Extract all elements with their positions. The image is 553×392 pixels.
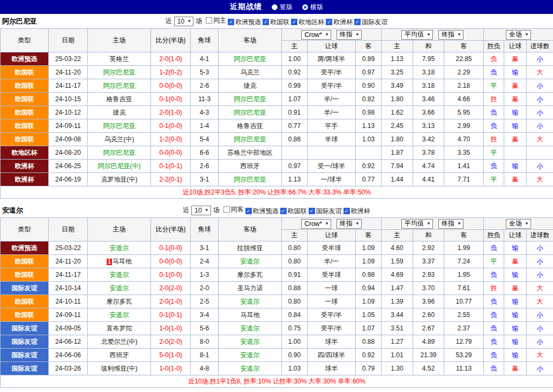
home-team[interactable]: 西班牙 xyxy=(88,349,151,362)
radio-icon[interactable] xyxy=(272,4,278,10)
checkbox-icon[interactable]: ✓ xyxy=(263,19,269,25)
match-score[interactable]: 2-0(2-0) xyxy=(151,335,191,349)
match-score[interactable]: 0-1(0-0) xyxy=(151,93,191,106)
checkbox-icon[interactable]: ✓ xyxy=(291,19,297,25)
layout-option-horizontal[interactable]: 横版 xyxy=(302,3,323,12)
away-team[interactable]: 马耳他 xyxy=(219,308,282,322)
checkbox-icon[interactable]: ✓ xyxy=(326,19,332,25)
home-team[interactable]: 北爱尔兰(中) xyxy=(88,335,151,349)
filter-checkbox[interactable]: ✓欧洲预选 xyxy=(245,207,279,216)
match-score[interactable]: 0-1(0-1) xyxy=(151,308,191,322)
filter-checkbox[interactable]: ✓国际友谊 xyxy=(354,18,387,27)
home-team[interactable]: 1马耳他 xyxy=(88,255,151,268)
fulltime-select[interactable]: 全场 ▼ xyxy=(506,219,531,229)
away-team[interactable]: 阿尔巴尼亚 xyxy=(219,173,282,186)
away-team[interactable]: 安道尔 xyxy=(219,349,282,362)
match-score[interactable]: 0-0(0-0) xyxy=(151,255,191,268)
away-team[interactable]: 阿尔巴尼亚 xyxy=(219,93,282,106)
home-team[interactable]: 英格兰 xyxy=(88,52,151,66)
checkbox-icon[interactable]: ✓ xyxy=(343,208,350,214)
checkbox-icon[interactable]: ✓ xyxy=(228,19,234,25)
match-count-select[interactable]: 10 ▼ xyxy=(191,206,211,215)
home-team[interactable]: 阿尔巴尼亚 xyxy=(88,146,151,160)
company-final-select[interactable]: 终指 ▼ xyxy=(337,30,362,40)
match-score[interactable]: 2-0(1-0) xyxy=(151,295,191,308)
home-team[interactable]: 阿尔巴尼亚 xyxy=(88,79,151,93)
match-score[interactable]: 1-2(0-0) xyxy=(151,133,191,146)
home-team[interactable]: 克罗地亚(中) xyxy=(88,173,151,186)
match-score[interactable]: 0-0(0-0) xyxy=(151,146,191,160)
match-score[interactable]: 1-2(0-2) xyxy=(151,66,191,79)
average-select[interactable]: 平均值 ▼ xyxy=(401,30,433,40)
home-team[interactable]: 安道尔 xyxy=(88,242,151,255)
match-score[interactable]: 0-0(0-0) xyxy=(151,79,191,93)
checkbox-icon[interactable]: ✓ xyxy=(280,208,287,214)
match-score[interactable]: 0-1(0-1) xyxy=(151,160,191,173)
match-score[interactable]: 2-2(0-1) xyxy=(151,173,191,186)
match-score[interactable]: 2-0(2-0) xyxy=(151,282,191,295)
filter-checkbox[interactable]: ✓欧国联 xyxy=(263,18,289,27)
fulltime-select[interactable]: 全场 ▼ xyxy=(506,30,531,40)
filter-checkbox[interactable]: ✓欧洲杯 xyxy=(326,18,353,27)
filter-checkbox[interactable]: ✓欧地区杯 xyxy=(291,18,324,27)
filter-checkbox[interactable]: 同主 xyxy=(206,16,226,25)
filter-checkbox[interactable]: 同客 xyxy=(223,205,244,214)
match-score[interactable]: 0-1(0-0) xyxy=(151,242,191,255)
match-score[interactable]: 2-0(1-0) xyxy=(151,52,191,66)
away-team[interactable]: 西班牙 xyxy=(219,160,282,173)
away-team[interactable]: 苏格兰中部地区 xyxy=(219,146,282,160)
away-team[interactable]: 安道尔 xyxy=(219,362,282,375)
average-select[interactable]: 平均值 ▼ xyxy=(401,219,433,229)
home-team[interactable]: 摩尔多瓦 xyxy=(88,295,151,308)
filter-checkbox[interactable]: ✓欧洲杯 xyxy=(343,207,370,216)
filter-checkbox[interactable]: ✓欧洲预选 xyxy=(228,18,261,27)
filter-checkbox[interactable]: ✓国际友谊 xyxy=(309,207,342,216)
radio-selected-icon[interactable] xyxy=(302,4,308,10)
away-team[interactable]: 摩尔多瓦 xyxy=(219,268,282,282)
away-team[interactable]: 阿尔巴尼亚 xyxy=(219,106,282,119)
away-team[interactable]: 圣马力诺 xyxy=(219,282,282,295)
company-select[interactable]: Crow* ▼ xyxy=(301,219,331,229)
away-team[interactable]: 安道尔 xyxy=(219,255,282,268)
checkbox-icon[interactable]: ✓ xyxy=(309,208,315,214)
home-team[interactable]: 乌克兰(中) xyxy=(88,133,151,146)
home-team[interactable]: 捷克 xyxy=(88,106,151,119)
home-team[interactable]: 阿尔巴尼亚(中) xyxy=(88,160,151,173)
average-final-select[interactable]: 终指 ▼ xyxy=(438,219,464,229)
away-team[interactable]: 捷克 xyxy=(219,79,282,93)
match-score[interactable]: 0-1(0-0) xyxy=(151,268,191,282)
away-team[interactable]: 阿尔巴尼亚 xyxy=(219,52,282,66)
match-score[interactable]: 1-0(1-0) xyxy=(151,362,191,375)
away-team[interactable]: 安道尔 xyxy=(219,335,282,349)
match-score[interactable]: 0-1(0-0) xyxy=(151,119,191,133)
checkbox-icon[interactable]: ✓ xyxy=(354,19,361,25)
away-team[interactable]: 格鲁吉亚 xyxy=(219,119,282,133)
home-team[interactable]: 直布罗陀 xyxy=(88,322,151,335)
home-team[interactable]: 格鲁吉亚 xyxy=(88,93,151,106)
home-team[interactable]: 阿尔巴尼亚 xyxy=(88,119,151,133)
company-select[interactable]: Crow* ▼ xyxy=(301,30,331,40)
match-score[interactable]: 2-0(1-0) xyxy=(151,106,191,119)
away-team[interactable]: 安道尔 xyxy=(219,295,282,308)
match-count-select[interactable]: 10 ▼ xyxy=(174,17,193,26)
away-team[interactable]: 拉脱维亚 xyxy=(219,242,282,255)
home-team[interactable]: 玻利维亚(中) xyxy=(88,362,151,375)
checkbox-icon[interactable] xyxy=(206,17,212,24)
away-team[interactable]: 乌克兰 xyxy=(219,66,282,79)
filter-checkbox[interactable]: ✓欧国联 xyxy=(280,207,307,216)
checkbox-icon[interactable]: ✓ xyxy=(245,208,252,214)
away-team[interactable]: 安道尔 xyxy=(219,322,282,335)
match-score[interactable]: 1-0(1-0) xyxy=(151,322,191,335)
company-final-select[interactable]: 终指 ▼ xyxy=(337,219,362,229)
average-final-select[interactable]: 终指 ▼ xyxy=(438,30,464,40)
avg-away: 2.55 xyxy=(444,308,484,322)
layout-option-vertical[interactable]: 竖版 xyxy=(272,3,293,12)
home-team[interactable]: 安道尔 xyxy=(88,282,151,295)
home-team[interactable]: 安道尔 xyxy=(88,268,151,282)
avg-away: 12.79 xyxy=(444,335,484,349)
away-team[interactable]: 阿尔巴尼亚 xyxy=(219,133,282,146)
home-team[interactable]: 阿尔巴尼亚 xyxy=(88,66,151,79)
match-score[interactable]: 5-0(1-0) xyxy=(151,349,191,362)
checkbox-icon[interactable] xyxy=(223,206,230,213)
home-team[interactable]: 安道尔 xyxy=(88,308,151,322)
